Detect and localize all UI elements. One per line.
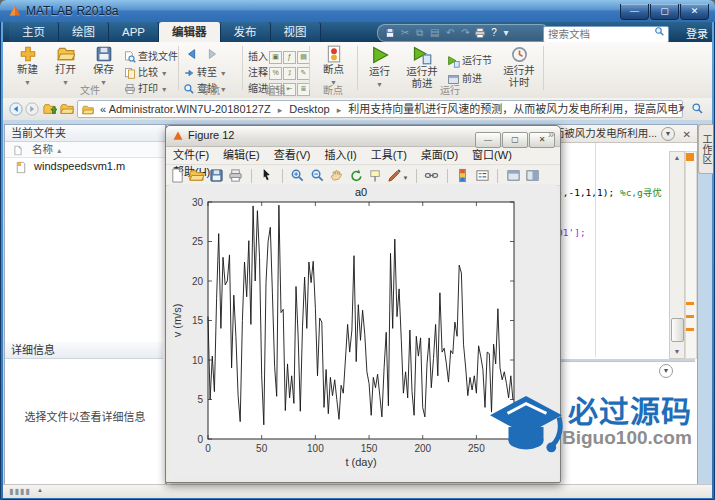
goto-button[interactable]: 转至 ▼: [183, 64, 227, 79]
close-button[interactable]: ✕: [680, 4, 709, 20]
warning-mark[interactable]: [686, 328, 694, 331]
comment-row[interactable]: 注释%⁒✎: [248, 64, 310, 80]
up-folder-icon[interactable]: [43, 102, 57, 116]
scroll-up-icon[interactable]: ▲: [670, 152, 684, 164]
new-script-button[interactable]: 新建▼: [9, 45, 46, 87]
cut-icon[interactable]: ✂: [401, 27, 409, 38]
open-file-icon[interactable]: [189, 168, 204, 183]
address-dropdown-icon[interactable]: ▼: [678, 104, 686, 113]
redo-icon[interactable]: ↷: [461, 27, 469, 38]
paste-icon[interactable]: ▤: [430, 27, 439, 38]
tab-publish[interactable]: 发布: [221, 22, 271, 42]
edit-arrow-icon[interactable]: [259, 168, 274, 183]
show-plot-tools-icon[interactable]: [525, 168, 540, 183]
menu-tools[interactable]: 工具(T): [364, 147, 414, 164]
crumb-user[interactable]: Administrator.WIN7U-20180127Z: [109, 103, 271, 115]
forward-button[interactable]: [205, 47, 221, 61]
insert-legend-icon[interactable]: [475, 168, 490, 183]
figure-restore-button[interactable]: ▢: [502, 132, 528, 148]
breadcrumb[interactable]: « Administrator.WIN7U-20180127Z ▸ Deskto…: [77, 100, 683, 118]
run-advance-button[interactable]: 运行并前进: [401, 45, 443, 87]
rotate-3d-icon[interactable]: [349, 168, 364, 183]
mfile-icon: [15, 161, 27, 174]
zoom-in-icon[interactable]: [290, 168, 305, 183]
tab-home[interactable]: 主页: [9, 22, 59, 42]
crumb-desktop[interactable]: Desktop: [289, 103, 329, 115]
figure-title-bar[interactable]: Figure 12 —▢✕: [166, 126, 560, 147]
menu-file[interactable]: 文件(F): [166, 147, 216, 164]
pan-hand-icon[interactable]: [329, 168, 344, 183]
tab-plots[interactable]: 绘图: [59, 22, 109, 42]
maximize-button[interactable]: ▢: [650, 4, 679, 20]
minimize-button[interactable]: —: [620, 4, 649, 20]
brush-icon[interactable]: [387, 168, 402, 183]
editor-tab-list-icon[interactable]: ▼: [661, 127, 675, 141]
hide-plot-tools-icon[interactable]: [506, 168, 521, 183]
save-icon[interactable]: [384, 27, 396, 39]
run-button[interactable]: 运行▼: [361, 45, 398, 87]
print-figure-icon[interactable]: [228, 168, 243, 183]
save-button[interactable]: 保存▼: [85, 45, 122, 87]
search-icon[interactable]: [654, 26, 665, 37]
editor-tab-close-icon[interactable]: ✕: [683, 126, 691, 143]
breakpoints-button[interactable]: 断点▼: [315, 45, 352, 87]
compare-button[interactable]: 比较 ▼: [124, 64, 168, 79]
brush-dropdown-icon[interactable]: ▼: [402, 175, 408, 181]
new-figure-icon[interactable]: [170, 168, 185, 183]
menu-desktop[interactable]: 桌面(D): [414, 147, 465, 164]
warning-indicator-icon[interactable]: [686, 153, 694, 161]
warning-mark[interactable]: [686, 315, 694, 318]
zoom-out-icon[interactable]: [310, 168, 325, 183]
editor-scrollbar[interactable]: ▲ ▼: [669, 151, 685, 359]
insert-row[interactable]: 插入▣ƒ▤: [248, 48, 310, 64]
name-column-header[interactable]: 名称 ▲: [5, 142, 165, 158]
warning-mark[interactable]: [686, 302, 694, 305]
status-resize-bars-icon[interactable]: ▮▮▮▮: [9, 487, 31, 496]
status-expand-icon[interactable]: ▲: [37, 487, 43, 493]
link-plot-icon[interactable]: [424, 168, 439, 183]
code-line-1[interactable]: ),-1,1,1); %c,g寻优: [557, 185, 662, 199]
bottom-pane-menu-icon[interactable]: ▼: [659, 364, 673, 378]
scrollbar-thumb[interactable]: [671, 318, 684, 342]
find-files-button[interactable]: 查找文件: [124, 48, 178, 63]
menu-overflow-icon[interactable]: »: [548, 126, 554, 143]
scroll-down-icon[interactable]: ▼: [670, 346, 684, 358]
menu-window[interactable]: 窗口(W): [465, 147, 519, 164]
folder-search-icon[interactable]: [691, 102, 704, 115]
details-panel-title[interactable]: 详细信息: [5, 342, 163, 359]
login-link[interactable]: 登录: [686, 25, 708, 41]
current-folder-title[interactable]: 当前文件夹: [5, 125, 165, 142]
message-indicator-bar[interactable]: [685, 151, 697, 359]
run-section-button[interactable]: 运行节: [447, 52, 492, 68]
back-button[interactable]: [185, 47, 201, 61]
nav-forward-icon[interactable]: [25, 102, 39, 116]
copy-icon[interactable]: ⧉: [416, 27, 423, 38]
print-icon[interactable]: [474, 27, 486, 39]
help-icon[interactable]: ?: [491, 27, 497, 38]
menu-edit[interactable]: 编辑(E): [216, 147, 267, 164]
data-cursor-icon[interactable]: [368, 168, 383, 183]
nav-back-icon[interactable]: [9, 102, 23, 116]
insert-colorbar-icon[interactable]: [455, 168, 470, 183]
code-line-2[interactable]: 01'];: [557, 227, 586, 238]
run-time-button[interactable]: 运行并计时: [499, 45, 539, 87]
title-bar[interactable]: MATLAB R2018a —▢✕: [0, 0, 715, 22]
back-arrow-icon: [185, 47, 199, 61]
undo-icon[interactable]: ↶: [446, 27, 454, 38]
figure-minimize-button[interactable]: —: [475, 132, 501, 148]
file-row-windspeedsvm1[interactable]: windspeedsvm1.m: [5, 158, 165, 174]
save-figure-icon[interactable]: [209, 168, 224, 183]
menu-view[interactable]: 查看(V): [267, 147, 318, 164]
tab-editor[interactable]: 编辑器: [159, 22, 221, 42]
menu-insert[interactable]: 插入(I): [317, 147, 363, 164]
figure-menu-bar: 文件(F)编辑(E)查看(V)插入(I)工具(T)桌面(D)窗口(W)帮助(H)…: [166, 147, 560, 165]
workspace-tab[interactable]: 工作区: [698, 124, 713, 174]
browse-folder-icon[interactable]: [60, 102, 74, 116]
doc-search-input[interactable]: [543, 26, 669, 43]
tab-view[interactable]: 视图: [271, 22, 321, 42]
qat-dropdown-icon[interactable]: ▾: [504, 27, 509, 38]
compare-icon: [124, 67, 136, 79]
tab-apps[interactable]: APP: [109, 22, 159, 42]
open-button[interactable]: 打开▼: [47, 45, 84, 87]
crumb-project[interactable]: 利用支持向量机进行风速的预测，从而被风力发电所利用，提高风电功率预测的可靠性: [348, 103, 683, 115]
